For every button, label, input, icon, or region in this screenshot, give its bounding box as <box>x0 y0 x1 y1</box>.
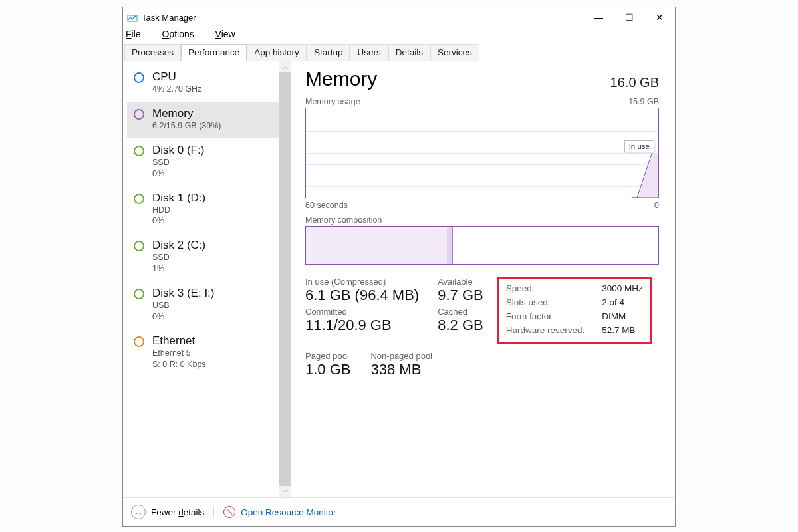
task-manager-window: Task Manager — ☐ ✕ File Options View Pro… <box>122 7 676 527</box>
available-value: 9.7 GB <box>438 287 483 304</box>
speed-label: Speed: <box>506 283 585 293</box>
sidebar-item-line2: 0% <box>152 168 204 180</box>
sidebar-item-line2: 0% <box>152 215 205 227</box>
nonpaged-label: Non-paged pool <box>370 351 432 361</box>
orange-ring-icon <box>134 336 144 347</box>
sidebar-item-line1: 4% 2.70 GHz <box>152 84 201 95</box>
tab-app-history[interactable]: App history <box>247 44 307 61</box>
open-resource-monitor-link[interactable]: Open Resource Monitor <box>241 507 336 517</box>
slots-label: Slots used: <box>506 297 585 307</box>
sidebar-item-disk-2-c-[interactable]: Disk 2 (C:)SSD1% <box>127 233 279 281</box>
stats-area: In use (Compressed) 6.1 GB (96.4 MB) Ava… <box>305 277 659 344</box>
stats-row-3: Paged pool 1.0 GB Non-paged pool 338 MB <box>305 351 659 378</box>
sidebar-scrollbar[interactable]: ︿ ﹀ <box>279 61 291 497</box>
committed-value: 11.1/20.9 GB <box>305 317 419 334</box>
nonpaged-value: 338 MB <box>370 361 432 378</box>
green-ring-icon <box>134 289 144 299</box>
hwreserved-value: 52.7 MB <box>602 325 643 335</box>
app-icon <box>127 12 138 23</box>
menu-options[interactable]: Options <box>162 29 203 39</box>
in-use-tooltip: In use <box>624 140 654 152</box>
blue-ring-icon <box>134 72 144 83</box>
tab-services[interactable]: Services <box>430 44 479 61</box>
menubar: File Options View <box>123 27 675 43</box>
memory-usage-chart[interactable]: In use <box>305 108 659 198</box>
sidebar-wrap: CPU4% 2.70 GHzMemory6.2/15.9 GB (39%)Dis… <box>123 61 291 497</box>
sidebar-item-memory[interactable]: Memory6.2/15.9 GB (39%) <box>127 102 279 138</box>
committed-label: Committed <box>305 307 419 317</box>
composition-modified-segment <box>447 227 453 264</box>
usage-chart-max: 15.9 GB <box>628 97 659 106</box>
sidebar-item-disk-1-d-[interactable]: Disk 1 (D:)HDD0% <box>127 186 279 234</box>
fewer-details-link[interactable]: Fewer details <box>151 507 204 517</box>
sidebar-item-line1: SSD <box>152 157 204 168</box>
sidebar-item-disk-0-f-[interactable]: Disk 0 (F:)SSD0% <box>127 138 279 186</box>
sidebar-item-title: Disk 3 (E: I:) <box>152 287 215 300</box>
sidebar-item-title: Disk 2 (C:) <box>152 239 205 252</box>
tab-startup[interactable]: Startup <box>307 44 350 61</box>
scroll-up-icon[interactable]: ︿ <box>279 61 291 72</box>
sidebar-item-title: Disk 1 (D:) <box>152 192 205 205</box>
sidebar-item-line1: HDD <box>152 205 205 216</box>
composition-label: Memory composition <box>305 215 659 225</box>
footer-divider <box>213 506 214 518</box>
sidebar-item-title: CPU <box>152 70 201 84</box>
tab-users[interactable]: Users <box>350 44 388 61</box>
usage-chart-label: Memory usage <box>305 97 360 106</box>
axis-right: 0 <box>654 201 659 210</box>
sidebar-item-line2: 1% <box>152 263 205 275</box>
menu-view[interactable]: View <box>215 29 245 39</box>
sidebar-item-title: Ethernet <box>152 334 206 348</box>
sidebar-item-ethernet[interactable]: EthernetEthernet 5S: 0 R: 0 Kbps <box>127 329 279 377</box>
maximize-button[interactable]: ☐ <box>614 7 644 27</box>
formfactor-value: DIMM <box>602 311 643 321</box>
sidebar-item-line2: S: 0 R: 0 Kbps <box>152 359 206 370</box>
inuse-value: 6.1 GB (96.4 MB) <box>305 287 419 304</box>
purple-ring-icon <box>134 109 144 120</box>
paged-value: 1.0 GB <box>305 361 350 378</box>
page-title: Memory <box>305 68 377 90</box>
sidebar-item-line1: 6.2/15.9 GB (39%) <box>152 120 221 132</box>
scroll-down-icon[interactable]: ﹀ <box>279 486 291 497</box>
memory-total: 16.0 GB <box>610 75 659 90</box>
formfactor-label: Form factor: <box>506 311 585 321</box>
composition-inuse-segment <box>306 227 448 264</box>
usage-spike-icon <box>632 154 658 198</box>
stats-grid: In use (Compressed) 6.1 GB (96.4 MB) Ava… <box>305 277 483 334</box>
chevron-up-icon[interactable]: ︿ <box>131 505 146 519</box>
sidebar: CPU4% 2.70 GHzMemory6.2/15.9 GB (39%)Dis… <box>123 61 279 497</box>
available-label: Available <box>438 277 483 287</box>
sidebar-item-line1: SSD <box>152 252 205 263</box>
window-title: Task Manager <box>142 13 196 23</box>
cached-label: Cached <box>438 307 483 317</box>
minimize-button[interactable]: — <box>583 7 614 27</box>
body: CPU4% 2.70 GHzMemory6.2/15.9 GB (39%)Dis… <box>123 61 675 497</box>
menu-file[interactable]: File <box>126 29 150 39</box>
paged-label: Paged pool <box>305 351 350 361</box>
memory-composition-chart[interactable] <box>305 226 659 265</box>
sidebar-item-title: Disk 0 (F:) <box>152 144 204 157</box>
scroll-thumb[interactable] <box>279 72 291 486</box>
footer: ︿ Fewer details Open Resource Monitor <box>123 497 675 526</box>
hwreserved-label: Hardware reserved: <box>506 325 585 335</box>
close-button[interactable]: ✕ <box>644 7 675 27</box>
tab-performance[interactable]: Performance <box>181 44 247 61</box>
sidebar-item-line1: Ethernet 5 <box>152 348 206 359</box>
sidebar-item-line1: USB <box>152 300 215 311</box>
resource-monitor-icon <box>223 506 235 518</box>
green-ring-icon <box>134 146 144 156</box>
sidebar-item-disk-3-e-i-[interactable]: Disk 3 (E: I:)USB0% <box>127 281 279 329</box>
axis-left: 60 seconds <box>305 201 348 210</box>
slots-value: 2 of 4 <box>602 297 643 307</box>
green-ring-icon <box>134 194 144 204</box>
tab-strip: ProcessesPerformanceApp historyStartupUs… <box>123 43 675 61</box>
sidebar-item-line2: 0% <box>152 311 215 323</box>
tab-details[interactable]: Details <box>388 44 430 61</box>
cached-value: 8.2 GB <box>438 317 483 334</box>
sidebar-item-title: Memory <box>152 107 221 120</box>
titlebar[interactable]: Task Manager — ☐ ✕ <box>123 7 675 27</box>
tab-processes[interactable]: Processes <box>124 44 181 61</box>
sidebar-item-cpu[interactable]: CPU4% 2.70 GHz <box>127 65 279 102</box>
green-ring-icon <box>134 241 144 251</box>
main-panel: Memory 16.0 GB Memory usage 15.9 GB In u… <box>291 61 675 497</box>
